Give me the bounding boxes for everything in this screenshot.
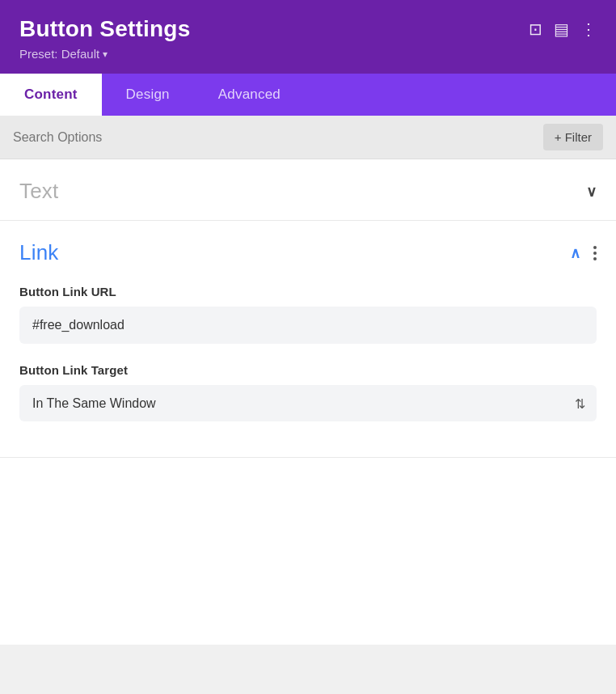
content-area: Text ∨ Link ∧ Button Link URL Button Lin… [0, 159, 616, 645]
tab-bar: Content Design Advanced [0, 74, 616, 116]
link-section-header[interactable]: Link ∧ [19, 240, 597, 265]
text-chevron-icon: ∨ [586, 183, 597, 201]
link-section-title: Link [19, 240, 59, 265]
tab-content[interactable]: Content [0, 74, 102, 116]
link-more-options-icon[interactable] [593, 246, 597, 260]
url-label: Button Link URL [19, 285, 597, 298]
columns-icon[interactable]: ▤ [554, 19, 569, 39]
capture-icon[interactable]: ⊡ [529, 19, 542, 39]
more-options-icon[interactable]: ⋮ [580, 19, 597, 39]
tab-advanced[interactable]: Advanced [194, 74, 305, 116]
target-label: Button Link Target [19, 363, 597, 377]
search-input[interactable] [13, 130, 543, 145]
header-top: Button Settings ⊡ ▤ ⋮ [19, 16, 597, 42]
text-section: Text ∨ [0, 159, 616, 221]
preset-selector[interactable]: Preset: Default ▾ [19, 47, 597, 61]
filter-button[interactable]: + Filter [543, 124, 603, 150]
target-select-wrapper: In The Same Window In The New Window ⇅ [19, 385, 597, 421]
link-section: Link ∧ Button Link URL Button Link Targe… [0, 221, 616, 458]
preset-label: Preset: Default [19, 47, 99, 61]
url-input[interactable] [19, 307, 597, 344]
link-chevron-icon[interactable]: ∧ [570, 244, 580, 262]
preset-arrow-icon: ▾ [103, 49, 108, 60]
tab-design[interactable]: Design [102, 74, 194, 116]
target-field-group: Button Link Target In The Same Window In… [19, 363, 597, 421]
target-select[interactable]: In The Same Window In The New Window [19, 385, 597, 421]
text-section-header[interactable]: Text ∨ [19, 179, 597, 204]
url-field-group: Button Link URL [19, 285, 597, 344]
header-icons: ⊡ ▤ ⋮ [529, 19, 597, 39]
search-bar: + Filter [0, 116, 616, 159]
header: Button Settings ⊡ ▤ ⋮ Preset: Default ▾ [0, 0, 616, 74]
page-title: Button Settings [19, 16, 190, 42]
text-section-title: Text [19, 179, 58, 204]
link-header-actions: ∧ [570, 244, 597, 262]
